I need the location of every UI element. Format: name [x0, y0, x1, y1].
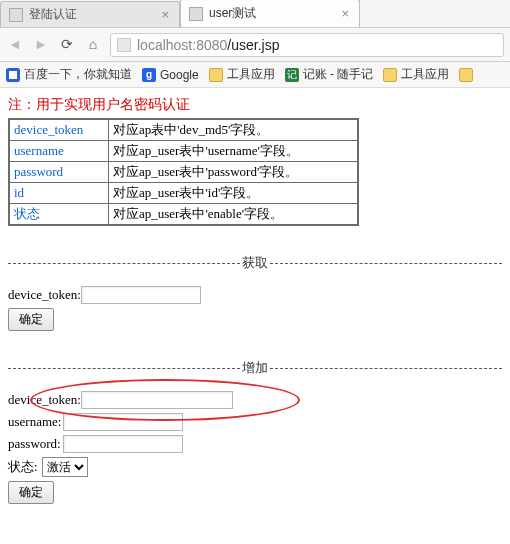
- add-status-label: 状态:: [8, 458, 38, 476]
- bookmark-label: 记账 - 随手记: [303, 66, 374, 83]
- table-row: id对应ap_user表中'id'字段。: [10, 183, 357, 203]
- ref-val: 对应ap_user表中'username'字段。: [109, 141, 357, 161]
- table-row: device_token对应ap表中'dev_md5'字段。: [10, 120, 357, 140]
- bookmark-google[interactable]: g Google: [142, 68, 199, 82]
- bookmark-jizhang[interactable]: 记 记账 - 随手记: [285, 66, 374, 83]
- page-icon: [117, 38, 131, 52]
- ref-key: username: [10, 141, 108, 161]
- favicon-icon: [9, 8, 23, 22]
- fetch-submit-button[interactable]: 确定: [8, 308, 54, 331]
- add-status-select[interactable]: 激活: [42, 457, 88, 477]
- folder-icon: [383, 68, 397, 82]
- device-token-label: device_token:: [8, 287, 81, 303]
- jizhang-icon: 记: [285, 68, 299, 82]
- section-header-fetch: 获取: [8, 254, 502, 272]
- page-content: 注：用于实现用户名密码认证 device_token对应ap表中'dev_md5…: [0, 88, 510, 518]
- reload-icon[interactable]: ⟳: [58, 36, 76, 53]
- baidu-icon: [6, 68, 20, 82]
- url-path: /user.jsp: [227, 37, 279, 53]
- nav-bar: ◄ ► ⟳ ⌂ localhost:8080/user.jsp: [0, 28, 510, 62]
- bookmark-label: Google: [160, 68, 199, 82]
- ref-key: password: [10, 162, 108, 182]
- back-icon[interactable]: ◄: [6, 37, 24, 53]
- folder-icon: [459, 68, 473, 82]
- add-username-label: username:: [8, 414, 61, 430]
- add-device-token-input[interactable]: [81, 391, 233, 409]
- bookmark-folder-tools-2[interactable]: 工具应用: [383, 66, 449, 83]
- bookmark-overflow[interactable]: [459, 68, 473, 82]
- add-device-token-label: device_token:: [8, 392, 81, 408]
- google-icon: g: [142, 68, 156, 82]
- close-icon[interactable]: ×: [339, 7, 351, 20]
- bookmark-label: 工具应用: [401, 66, 449, 83]
- url-host: localhost:: [137, 37, 196, 53]
- table-row: 状态对应ap_user表中'enable'字段。: [10, 204, 357, 224]
- tab-label: 登陆认证: [29, 6, 77, 23]
- favicon-icon: [189, 7, 203, 21]
- table-row: username对应ap_user表中'username'字段。: [10, 141, 357, 161]
- close-icon[interactable]: ×: [159, 8, 171, 21]
- bookmark-label: 百度一下，你就知道: [24, 66, 132, 83]
- bookmark-bar: 百度一下，你就知道 g Google 工具应用 记 记账 - 随手记 工具应用: [0, 62, 510, 88]
- url-port: 8080: [196, 37, 227, 53]
- add-username-input[interactable]: [63, 413, 183, 431]
- tab-user-test[interactable]: user测试 ×: [180, 0, 360, 27]
- tab-login-auth[interactable]: 登陆认证 ×: [0, 1, 180, 27]
- section-title: 获取: [240, 254, 270, 272]
- add-submit-button[interactable]: 确定: [8, 481, 54, 504]
- bookmark-label: 工具应用: [227, 66, 275, 83]
- ref-val: 对应ap_user表中'password'字段。: [109, 162, 357, 182]
- url-bar[interactable]: localhost:8080/user.jsp: [110, 33, 504, 57]
- form-add: device_token: username: password: 状态: 激活…: [8, 391, 502, 504]
- tab-label: user测试: [209, 5, 256, 22]
- fetch-device-token-input[interactable]: [81, 286, 201, 304]
- bookmark-baidu[interactable]: 百度一下，你就知道: [6, 66, 132, 83]
- add-password-input[interactable]: [63, 435, 183, 453]
- ref-key: id: [10, 183, 108, 203]
- note-text: 注：用于实现用户名密码认证: [8, 96, 502, 114]
- ref-key: 状态: [10, 204, 108, 224]
- reference-table: device_token对应ap表中'dev_md5'字段。 username对…: [8, 118, 359, 226]
- form-fetch: device_token: 确定: [8, 286, 502, 331]
- ref-key: device_token: [10, 120, 108, 140]
- add-password-label: password:: [8, 436, 61, 452]
- ref-val: 对应ap表中'dev_md5'字段。: [109, 120, 357, 140]
- forward-icon[interactable]: ►: [32, 37, 50, 53]
- ref-val: 对应ap_user表中'enable'字段。: [109, 204, 357, 224]
- section-header-add: 增加: [8, 359, 502, 377]
- ref-val: 对应ap_user表中'id'字段。: [109, 183, 357, 203]
- section-title: 增加: [240, 359, 270, 377]
- table-row: password对应ap_user表中'password'字段。: [10, 162, 357, 182]
- tab-bar: 登陆认证 × user测试 ×: [0, 0, 510, 28]
- home-icon[interactable]: ⌂: [84, 37, 102, 53]
- bookmark-folder-tools-1[interactable]: 工具应用: [209, 66, 275, 83]
- folder-icon: [209, 68, 223, 82]
